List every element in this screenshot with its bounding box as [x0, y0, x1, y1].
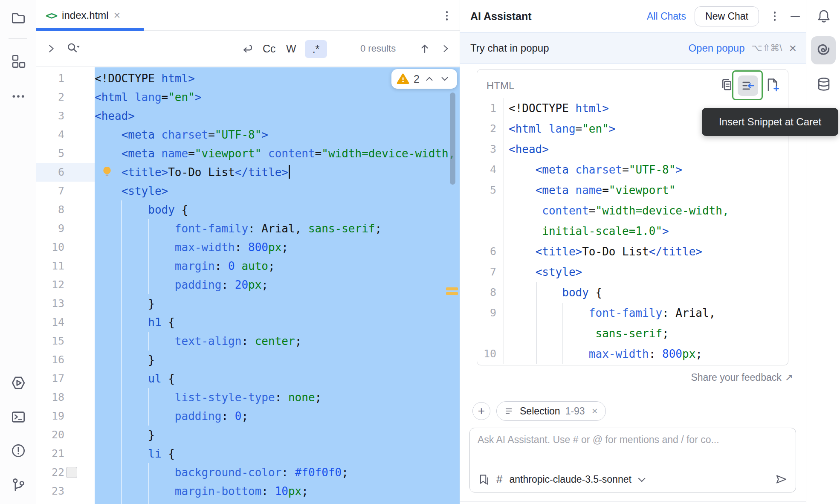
hash-mention-icon[interactable]: # — [496, 473, 502, 486]
banner-text: Try chat in popup — [470, 42, 549, 54]
database-icon[interactable] — [815, 76, 832, 93]
next-occurrence-icon[interactable] — [440, 31, 452, 66]
code-text: list-style-type: none; — [95, 388, 460, 407]
line-number: 22 — [36, 463, 70, 482]
editor-tab-bar: <> index.html × — [36, 0, 460, 31]
create-file-from-snippet-icon[interactable] — [765, 77, 780, 93]
ide-window: <> index.html × Cc W .* 0 results — [0, 0, 840, 504]
add-context-button[interactable]: + — [472, 402, 490, 420]
editor-scrollbar[interactable] — [450, 93, 455, 185]
chip-label: Selection — [520, 406, 560, 417]
code-line: 8 body { — [36, 200, 460, 219]
previous-occurrence-icon[interactable] — [418, 31, 432, 66]
search-results-count: 0 results — [360, 31, 396, 66]
code-text: max-width: 800px; — [95, 238, 460, 257]
line-number: 8 — [36, 200, 70, 219]
code-line: 6 <title>To-Do List</title> — [36, 163, 460, 182]
open-popup-link[interactable]: Open popup — [688, 42, 744, 54]
line-number: 2 — [477, 119, 504, 139]
code-text: <title>To-Do List</title> — [504, 241, 788, 262]
code-text: <html lang="en"> — [95, 88, 460, 107]
chevron-down-icon[interactable] — [638, 475, 646, 482]
line-number: 6 — [477, 241, 504, 262]
expand-search-icon[interactable] — [45, 31, 58, 66]
multiline-search-icon[interactable] — [240, 31, 255, 66]
code-line: 23 margin-bottom: 10px; — [36, 482, 460, 501]
line-number: 3 — [36, 107, 70, 125]
previous-warning-icon[interactable] — [424, 73, 435, 84]
share-feedback-link[interactable]: Share your feedback↗ — [691, 372, 793, 383]
terminal-icon[interactable] — [10, 408, 27, 426]
selection-context-chip[interactable]: Selection 1-93 × — [496, 401, 606, 421]
code-text: } — [95, 350, 460, 369]
notifications-bell-icon[interactable] — [815, 8, 832, 25]
code-text: <meta charset="UTF-8"> — [504, 159, 788, 180]
editor-gutter: 1 — [36, 69, 95, 88]
editor-gutter: 5 — [36, 144, 95, 163]
snippet-code-line: 6 <title>To-Do List</title> — [477, 241, 788, 262]
code-line: 20 } — [36, 426, 460, 444]
code-text: <meta name="viewport" — [504, 180, 788, 200]
project-folder-icon[interactable] — [10, 9, 27, 26]
ai-assistant-tool-icon[interactable] — [811, 36, 836, 64]
code-line: 12 padding: 20px; — [36, 275, 460, 294]
tab-index-html[interactable]: <> index.html × — [42, 5, 124, 26]
code-line: 11 margin: 0 auto; — [36, 257, 460, 275]
right-toolbar — [806, 0, 840, 504]
structure-icon[interactable] — [10, 53, 27, 70]
line-number: 17 — [36, 369, 70, 388]
editor-gutter: 4 — [36, 125, 95, 144]
problems-icon[interactable] — [10, 442, 27, 459]
snippet-code-line: 8 body { — [477, 282, 788, 303]
line-number: 14 — [36, 313, 70, 332]
chat-input[interactable]: Ask AI Assistant. Use # or @ for mention… — [469, 428, 796, 492]
line-number — [477, 221, 504, 241]
line-number: 20 — [36, 426, 70, 444]
all-chats-link[interactable]: All Chats — [647, 11, 686, 22]
code-line: 22 background-color: #f0f0f0; — [36, 463, 460, 482]
editor-options-icon[interactable] — [440, 9, 454, 23]
prompt-library-icon[interactable] — [478, 473, 490, 485]
send-icon[interactable] — [774, 472, 788, 486]
chip-range: 1-93 — [565, 406, 585, 417]
new-chat-button[interactable]: New Chat — [695, 6, 759, 26]
search-input[interactable] — [65, 31, 81, 66]
code-text: <meta charset="UTF-8"> — [95, 125, 460, 144]
model-selector[interactable]: anthropic-claude-3.5-sonnet — [509, 474, 631, 485]
code-editor[interactable]: 1<!DOCTYPE html>2<html lang="en">3<head>… — [36, 67, 460, 504]
line-number: 18 — [36, 388, 70, 407]
close-tab-icon[interactable]: × — [114, 10, 121, 21]
search-divider — [337, 31, 337, 66]
snippet-code-line: 4 <meta charset="UTF-8"> — [477, 159, 788, 180]
run-icon[interactable] — [10, 374, 27, 391]
code-line: 7 <style> — [36, 182, 460, 200]
left-toolbar — [0, 0, 36, 504]
code-text: <title>To-Do List</title> — [95, 163, 460, 182]
line-number: 1 — [36, 69, 70, 88]
copy-snippet-icon[interactable] — [718, 77, 734, 93]
banner-close-icon[interactable]: × — [789, 42, 797, 55]
code-line: 10 max-width: 800px; — [36, 238, 460, 257]
code-text: li { — [95, 444, 460, 463]
more-tool-windows-icon[interactable] — [10, 88, 27, 105]
code-text: padding: 0; — [95, 407, 460, 426]
intention-bulb-icon[interactable] — [101, 165, 113, 178]
editor-gutter: 17 — [36, 369, 95, 388]
chip-close-icon[interactable]: × — [592, 405, 598, 417]
match-case-toggle[interactable]: Cc — [263, 31, 276, 66]
code-text: <meta name="viewport" content="width=dev… — [95, 144, 460, 163]
git-branch-icon[interactable] — [10, 476, 27, 493]
editor-gutter: 23 — [36, 482, 95, 501]
code-text: initial-scale=1.0"> — [504, 221, 788, 241]
panel-title: AI Assistant — [470, 10, 532, 23]
panel-options-icon[interactable] — [768, 9, 782, 23]
line-number: 16 — [36, 350, 70, 369]
line-number: 9 — [36, 219, 70, 238]
editor-gutter: 9 — [36, 219, 95, 238]
code-text: <head> — [504, 139, 788, 159]
snippet-language-label: HTML — [487, 80, 514, 92]
regex-toggle[interactable]: .* — [305, 40, 327, 58]
whole-words-toggle[interactable]: W — [286, 31, 296, 66]
next-warning-icon[interactable] — [439, 73, 450, 84]
hide-panel-icon[interactable] — [791, 16, 800, 17]
